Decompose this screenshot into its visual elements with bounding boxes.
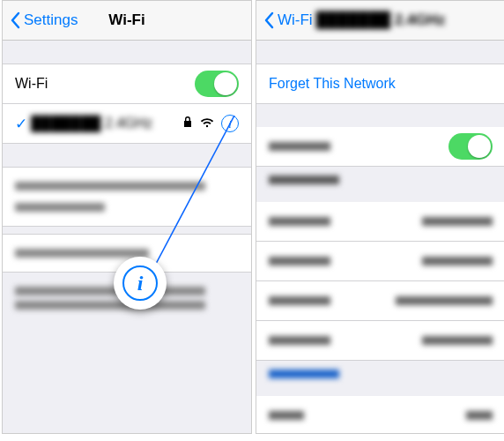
nav-bar: Wi-Fi ███████ 2.4GHz (256, 1, 504, 41)
checkmark-icon: ✓ (15, 115, 31, 133)
subnet-row (256, 281, 504, 321)
network-detail-screen: Wi-Fi ███████ 2.4GHz Forget This Network (256, 0, 504, 434)
nav-bar: Settings Wi-Fi (3, 1, 251, 41)
wifi-label: Wi-Fi (15, 76, 48, 92)
info-callout-zoom: i (114, 257, 167, 310)
chevron-left-icon (10, 11, 20, 29)
connected-network-row[interactable]: ✓ ███████ 2.4GHz i (3, 104, 251, 144)
forget-network-row[interactable]: Forget This Network (256, 64, 504, 104)
network-info-button[interactable]: i (221, 115, 239, 132)
ip-address-header (256, 167, 504, 202)
router-row (256, 321, 504, 361)
ip-address-row (256, 242, 504, 281)
chevron-left-icon (263, 11, 274, 29)
dns-header (256, 361, 504, 396)
forget-network-label: Forget This Network (269, 76, 396, 92)
back-label: Wi-Fi (278, 11, 313, 29)
back-button[interactable]: Wi-Fi (263, 11, 313, 29)
back-label: Settings (24, 11, 78, 29)
ip-config-row[interactable] (256, 202, 504, 242)
wifi-master-toggle-row[interactable]: Wi-Fi (3, 64, 251, 104)
settings-wifi-screen: Settings Wi-Fi Wi-Fi ✓ ███████ 2.4GHz i (2, 0, 252, 434)
lock-icon (182, 116, 193, 131)
auto-join-toggle[interactable] (448, 133, 493, 160)
info-icon: i (122, 265, 158, 301)
auto-join-row[interactable] (256, 127, 504, 167)
back-button[interactable]: Settings (10, 11, 78, 29)
network-name: ███████ 2.4GHz (31, 116, 152, 131)
dns-config-row[interactable] (256, 396, 504, 434)
wifi-toggle-switch[interactable] (195, 71, 239, 97)
wifi-signal-icon (200, 116, 214, 131)
choose-network-section (3, 167, 251, 227)
